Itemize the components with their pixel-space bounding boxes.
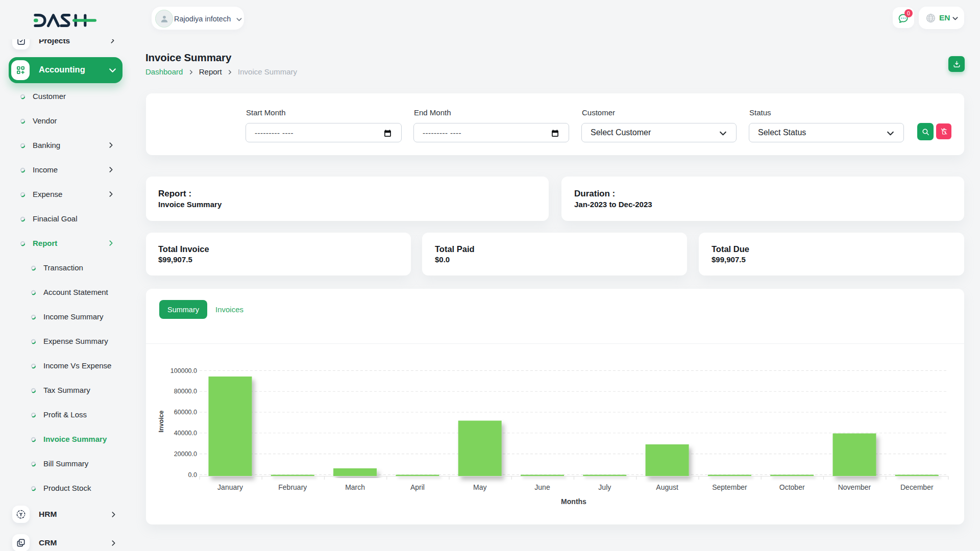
svg-text:April: April — [410, 483, 425, 491]
svg-text:May: May — [473, 483, 486, 491]
svg-text:July: July — [598, 483, 611, 491]
svg-text:Invoice: Invoice — [158, 410, 165, 432]
svg-text:November: November — [838, 483, 871, 491]
svg-text:January: January — [217, 483, 243, 491]
svg-text:40000.0: 40000.0 — [174, 430, 197, 437]
svg-text:September: September — [712, 483, 747, 491]
svg-text:August: August — [656, 483, 678, 491]
svg-text:60000.0: 60000.0 — [174, 409, 197, 416]
svg-text:Months: Months — [561, 497, 586, 506]
svg-text:20000.0: 20000.0 — [174, 450, 197, 458]
svg-text:100000.0: 100000.0 — [170, 367, 197, 374]
svg-text:80000.0: 80000.0 — [174, 388, 197, 395]
svg-text:December: December — [900, 483, 934, 491]
svg-text:0.0: 0.0 — [188, 471, 197, 479]
svg-text:June: June — [534, 483, 550, 491]
svg-text:March: March — [345, 483, 365, 491]
svg-text:February: February — [278, 483, 307, 491]
svg-text:October: October — [779, 483, 805, 491]
